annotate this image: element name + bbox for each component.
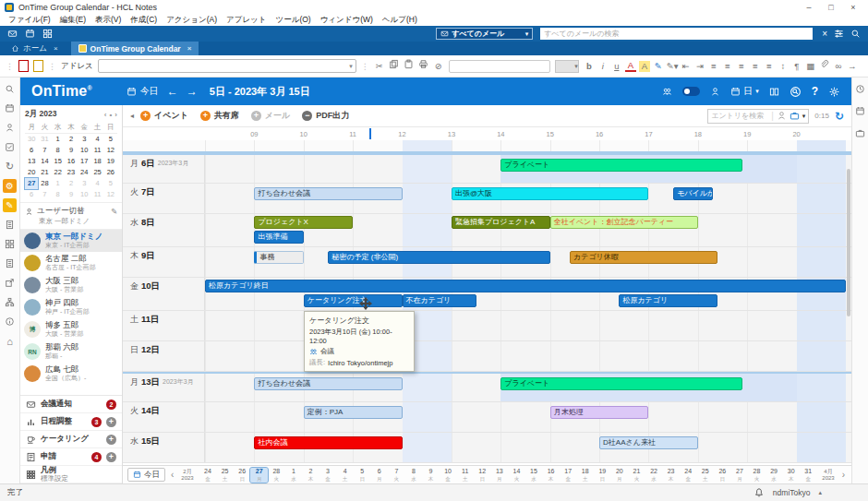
rail-button-calendar[interactable] — [3, 101, 17, 115]
calendar-event[interactable]: 出張@大阪 — [452, 187, 649, 200]
eventbar-button-イベント[interactable]: +イベント — [140, 110, 188, 122]
rail-button-clock[interactable] — [853, 82, 867, 96]
mini-calendar-day[interactable]: 30 — [25, 134, 38, 145]
toolbar-grip[interactable]: ⋮ — [361, 62, 369, 71]
mini-calendar-day[interactable]: 9 — [65, 189, 78, 200]
rail-button-briefcase[interactable] — [853, 126, 867, 140]
mini-calendar-day[interactable]: 31 — [38, 134, 51, 145]
mini-calendar-day[interactable]: 5 — [104, 178, 117, 189]
paste-icon[interactable] — [404, 59, 415, 73]
mini-calendar-day[interactable]: 17 — [78, 156, 90, 167]
sidebar-section-申請[interactable]: 申請4+ — [20, 448, 122, 466]
user-list-item[interactable]: 広島 七郎全国（広島）- — [20, 363, 122, 385]
strip-day[interactable]: 14火 — [508, 468, 525, 483]
strip-day[interactable]: 29水 — [766, 468, 783, 483]
mini-calendar-day[interactable]: 7 — [38, 145, 51, 156]
strip-day[interactable]: 21火 — [628, 468, 645, 483]
user-list-item[interactable]: 博博多 五郎大阪 - 営業部 — [20, 318, 122, 340]
rail-button-home[interactable]: ⌂ — [3, 334, 17, 348]
menu-item[interactable]: ウィンドウ(W) — [316, 15, 378, 26]
mini-calendar-day[interactable]: 3 — [78, 134, 90, 145]
menu-item[interactable]: 作成(C) — [126, 15, 162, 26]
calendar-event[interactable]: 月末処理 — [550, 406, 649, 419]
rail-button-sync[interactable]: ↻ — [3, 160, 17, 173]
mini-calendar-day[interactable]: 4 — [90, 178, 103, 189]
vertical-scrollbar[interactable] — [847, 169, 850, 316]
mini-calendar-day[interactable]: 12 — [104, 189, 117, 200]
pen-menu-icon[interactable]: ✎▾ — [667, 60, 678, 73]
calendar-event[interactable]: カテゴリ休暇 — [570, 251, 717, 264]
calendar-event[interactable]: 出張準備 — [254, 231, 303, 244]
day-row-8日[interactable]: 水8日プロジェクトX緊急招集プロジェクトA全社イベント：創立記念パーティー出張準… — [123, 214, 851, 247]
mini-calendar-day[interactable]: 12 — [104, 145, 117, 156]
person-filter-icon[interactable] — [777, 111, 787, 121]
day-row-6日[interactable]: 月6日2023年3月プライベート — [123, 153, 851, 184]
mini-calendar-day[interactable]: 24 — [78, 167, 90, 178]
outdent-icon[interactable]: ⇤ — [681, 60, 692, 73]
day-timeline[interactable]: プライベート — [205, 155, 846, 183]
day-row-14日[interactable]: 火14日定例：PJA月末処理 — [123, 402, 851, 433]
mini-calendar-day[interactable]: 15 — [52, 156, 65, 167]
rail-button-calendar[interactable] — [853, 104, 867, 118]
sidebar-section-ケータリング[interactable]: ケータリング+ — [20, 431, 122, 448]
indent-icon[interactable]: ⇥ — [694, 60, 705, 73]
mini-calendar-day[interactable]: 25 — [90, 167, 103, 178]
strip-day[interactable]: 24金 — [680, 468, 697, 483]
user-list-item[interactable]: 神戸 四郎神戸 - IT企画部 — [20, 296, 122, 318]
mini-calendar-day[interactable]: 4 — [90, 134, 103, 145]
bullet-list-icon[interactable]: ≡ — [708, 60, 719, 73]
menu-item[interactable]: アプレット — [222, 15, 271, 26]
day-row-13日[interactable]: 月13日2023年3月打ち合わせ会議プライベート — [123, 372, 851, 402]
mini-calendar-day[interactable]: 20 — [25, 167, 38, 178]
mini-calendar-day[interactable]: 16 — [65, 156, 78, 167]
mini-calendar-day[interactable]: 1 — [52, 134, 65, 145]
status-user[interactable]: ndmiTokyo — [773, 488, 811, 497]
close-tab-icon[interactable]: × — [54, 44, 58, 53]
permissions-icon[interactable]: ⊘ — [433, 60, 444, 73]
strip-day[interactable]: 24金 — [199, 468, 217, 483]
rail-button-open-external[interactable] — [3, 276, 17, 290]
calendar-event[interactable]: プライベート — [500, 159, 742, 172]
chart-icon[interactable] — [861, 59, 862, 73]
zoom-search-icon[interactable] — [790, 86, 802, 98]
rail-button-person[interactable] — [3, 121, 17, 135]
mini-calendar-day[interactable]: 6 — [25, 189, 38, 200]
mail-icon[interactable] — [7, 29, 18, 39]
day-timeline[interactable]: 社内会議D社AAさん来社 — [205, 433, 846, 462]
mail-scope-dropdown[interactable]: すべてのメール ▾ — [436, 28, 533, 40]
strip-day[interactable]: 4土 — [336, 468, 354, 483]
strip-day[interactable]: 20月 — [611, 468, 629, 483]
refresh-icon[interactable]: ↻ — [835, 110, 844, 123]
style-dropdown[interactable]: ▾ — [555, 60, 579, 73]
day-timeline[interactable]: 松原カテゴリ終日ケータリング注文不在カテゴリ松原カテゴリ — [205, 278, 846, 310]
add-icon[interactable]: + — [106, 452, 116, 462]
menu-item[interactable]: 編集(E) — [55, 15, 90, 26]
strip-day[interactable]: 28火 — [748, 468, 766, 483]
edit-pencil-icon[interactable]: ✎ — [111, 207, 117, 216]
today-button[interactable]: 今日 — [127, 85, 159, 98]
mini-calendar-day[interactable]: 14 — [38, 156, 51, 167]
eventbar-button-PDF出力[interactable]: −PDF出力 — [302, 110, 349, 122]
menu-item[interactable]: ツール(O) — [271, 15, 315, 26]
strip-day[interactable]: 19日 — [594, 468, 611, 483]
underline-icon[interactable]: u — [611, 60, 622, 73]
menu-item[interactable]: ヘルプ(H) — [378, 15, 422, 26]
day-row-10日[interactable]: 金10日松原カテゴリ終日ケータリング注文不在カテゴリ松原カテゴリ — [123, 278, 851, 311]
strip-day[interactable]: 28火 — [268, 468, 285, 483]
font-color-icon[interactable]: A — [625, 60, 636, 72]
mini-calendar-day[interactable]: 23 — [65, 167, 78, 178]
strip-day[interactable]: 25土 — [696, 468, 714, 483]
search-options-icon[interactable] — [834, 29, 844, 39]
strip-day[interactable]: 3金 — [319, 468, 337, 483]
insert-icon[interactable]: → — [847, 60, 858, 73]
close-tab-icon[interactable]: × — [187, 44, 192, 53]
italic-icon[interactable]: i — [597, 60, 609, 73]
mini-calendar-day[interactable]: 1 — [52, 178, 65, 189]
strip-day[interactable]: 23木 — [662, 468, 680, 483]
day-row-7日[interactable]: 火7日打ち合わせ会議出張@大阪モバイルから... — [123, 184, 851, 214]
calendar-event[interactable]: 秘密の予定 (非公開) — [328, 251, 549, 264]
pen-icon[interactable]: ✎ — [653, 60, 664, 73]
menu-item[interactable]: ファイル(F) — [4, 15, 55, 26]
group-person-toggle[interactable] — [682, 87, 700, 96]
entry-search-box[interactable]: |▾ — [707, 109, 809, 124]
